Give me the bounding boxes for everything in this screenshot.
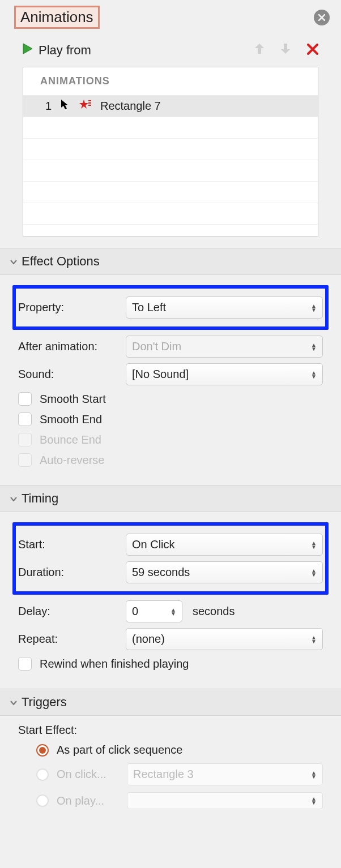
bounce-end-row: Bounce End	[18, 433, 323, 446]
delay-label: Delay:	[18, 605, 126, 618]
delete-button[interactable]	[307, 41, 318, 59]
bounce-end-label: Bounce End	[40, 433, 101, 446]
animation-index: 1	[40, 100, 52, 113]
trigger-onplay-combo: ▲▼	[127, 792, 323, 809]
auto-reverse-label: Auto-reverse	[40, 454, 105, 467]
auto-reverse-checkbox	[18, 453, 32, 467]
stepper-icon: ▲▼	[170, 608, 176, 616]
after-animation-label: After animation:	[18, 340, 126, 353]
effect-options-header[interactable]: Effect Options	[0, 248, 341, 274]
chevron-down-icon	[10, 698, 17, 707]
delay-input[interactable]: 0 ▲▼	[126, 600, 182, 622]
chevron-down-icon	[10, 257, 17, 266]
auto-reverse-row: Auto-reverse	[18, 453, 323, 467]
chevron-down-icon	[10, 494, 17, 503]
repeat-combo[interactable]: (none) ▲▼	[126, 628, 323, 650]
play-from-label[interactable]: Play from	[39, 43, 91, 58]
start-combo[interactable]: On Click ▲▼	[126, 534, 323, 556]
duration-value: 59 seconds	[132, 566, 190, 579]
after-animation-value: Don't Dim	[132, 340, 181, 353]
trigger-onplay-radio	[36, 794, 49, 807]
animations-list-header: ANIMATIONS	[23, 67, 318, 95]
trigger-sequence-label: As part of click sequence	[57, 744, 182, 757]
stepper-icon: ▲▼	[311, 371, 317, 379]
stepper-icon: ▲▼	[311, 343, 317, 351]
stepper-icon: ▲▼	[311, 541, 317, 549]
trigger-onclick-combo: Rectangle 3 ▲▼	[127, 763, 323, 785]
triggers-body: Start Effect: As part of click sequence …	[0, 716, 341, 827]
trigger-onclick-label: On click...	[57, 768, 119, 781]
trigger-onclick-value: Rectangle 3	[133, 768, 194, 781]
list-item	[23, 117, 318, 139]
smooth-end-checkbox[interactable]	[18, 412, 32, 426]
delay-value: 0	[132, 605, 138, 618]
property-label: Property:	[18, 301, 126, 314]
move-down-button[interactable]	[280, 41, 291, 59]
property-combo[interactable]: To Left ▲▼	[126, 297, 323, 319]
highlight-property: Property: To Left ▲▼	[12, 285, 329, 330]
effect-type-icon	[79, 99, 91, 113]
stepper-icon: ▲▼	[311, 569, 317, 577]
start-effect-label: Start Effect:	[18, 724, 323, 737]
start-value: On Click	[132, 538, 175, 551]
stepper-icon: ▲▼	[311, 797, 317, 805]
trigger-onclick-row: On click... Rectangle 3 ▲▼	[36, 763, 323, 785]
animation-row[interactable]: 1 Rectangle 7	[23, 95, 318, 117]
rewind-checkbox[interactable]	[18, 657, 32, 671]
trigger-sequence-radio[interactable]	[36, 744, 49, 757]
panel-title: Animations	[14, 6, 100, 29]
trigger-onplay-row: On play... ▲▼	[36, 792, 323, 809]
list-item	[23, 139, 318, 160]
smooth-start-checkbox[interactable]	[18, 392, 32, 406]
timing-header[interactable]: Timing	[0, 485, 341, 512]
smooth-end-row[interactable]: Smooth End	[18, 412, 323, 426]
animation-name: Rectangle 7	[100, 100, 161, 113]
stepper-icon: ▲▼	[311, 771, 317, 779]
list-item	[23, 182, 318, 203]
repeat-label: Repeat:	[18, 633, 126, 646]
after-animation-combo: Don't Dim ▲▼	[126, 336, 323, 358]
timing-body: Start: On Click ▲▼ Duration: 59 seconds …	[0, 512, 341, 689]
triggers-section: Triggers	[0, 689, 341, 716]
section-title: Triggers	[22, 695, 67, 710]
trigger-onplay-label: On play...	[57, 794, 119, 807]
stepper-icon: ▲▼	[311, 304, 317, 312]
play-toolbar: Play from	[0, 35, 341, 67]
trigger-sequence-row[interactable]: As part of click sequence	[36, 744, 323, 757]
triggers-header[interactable]: Triggers	[0, 689, 341, 715]
timing-section: Timing	[0, 485, 341, 512]
smooth-start-row[interactable]: Smooth Start	[18, 392, 323, 406]
start-label: Start:	[18, 538, 126, 551]
delay-suffix: seconds	[193, 605, 235, 618]
animations-list: ANIMATIONS 1 Rectangle 7	[23, 67, 318, 237]
sound-combo[interactable]: [No Sound] ▲▼	[126, 363, 323, 385]
trigger-onclick-radio	[36, 768, 49, 781]
stepper-icon: ▲▼	[311, 635, 317, 643]
duration-label: Duration:	[18, 566, 126, 579]
list-item	[23, 160, 318, 182]
smooth-start-label: Smooth Start	[40, 393, 106, 406]
sound-label: Sound:	[18, 368, 126, 381]
smooth-end-label: Smooth End	[40, 413, 102, 426]
repeat-value: (none)	[132, 633, 165, 646]
section-title: Timing	[22, 491, 58, 506]
move-up-button[interactable]	[254, 41, 265, 59]
property-value: To Left	[132, 301, 166, 314]
panel-header: Animations	[0, 0, 341, 35]
close-button[interactable]	[314, 10, 330, 25]
list-item	[23, 203, 318, 225]
close-icon	[318, 14, 325, 21]
section-title: Effect Options	[22, 254, 100, 269]
effect-options-body: Property: To Left ▲▼ After animation: Do…	[0, 275, 341, 485]
cursor-icon	[61, 99, 70, 113]
play-icon[interactable]	[23, 43, 33, 58]
effect-options-section: Effect Options	[0, 248, 341, 275]
rewind-label: Rewind when finished playing	[40, 658, 189, 671]
highlight-timing: Start: On Click ▲▼ Duration: 59 seconds …	[12, 522, 329, 595]
sound-value: [No Sound]	[132, 368, 189, 381]
bounce-end-checkbox	[18, 433, 32, 446]
duration-combo[interactable]: 59 seconds ▲▼	[126, 561, 323, 583]
rewind-row[interactable]: Rewind when finished playing	[18, 657, 323, 671]
